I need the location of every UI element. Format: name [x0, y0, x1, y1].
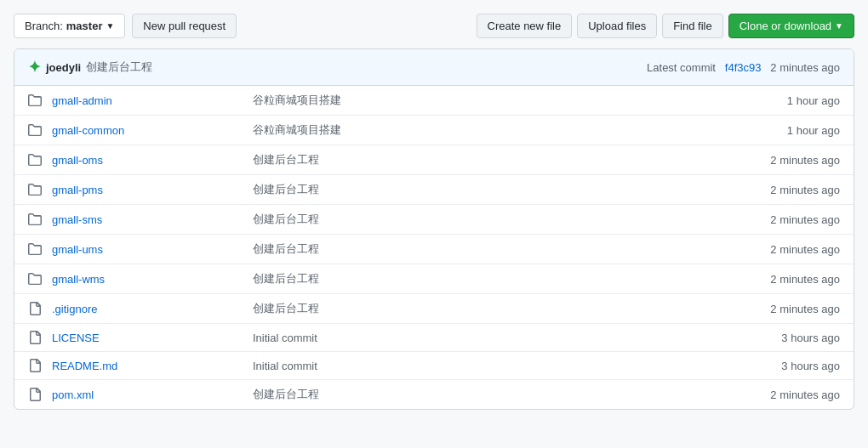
table-row: README.md Initial commit 3 hours ago	[14, 352, 854, 380]
file-name-link[interactable]: LICENSE	[52, 332, 100, 344]
file-icon	[28, 331, 45, 344]
file-name-link[interactable]: .gitignore	[52, 303, 97, 315]
file-time: 2 minutes ago	[721, 154, 840, 167]
upload-files-button[interactable]: Upload files	[577, 14, 657, 38]
file-name-link[interactable]: gmall-common	[52, 124, 124, 137]
file-name-link[interactable]: gmall-admin	[52, 94, 112, 107]
table-row: gmall-ums 创建后台工程 2 minutes ago	[14, 235, 854, 264]
folder-icon	[28, 94, 45, 107]
file-time: 3 hours ago	[721, 332, 840, 344]
folder-icon	[28, 153, 45, 167]
file-time: 1 hour ago	[721, 124, 840, 137]
repo-header: ✦ joedyli 创建后台工程 Latest commit f4f3c93 2…	[14, 49, 854, 86]
table-row: gmall-sms 创建后台工程 2 minutes ago	[14, 205, 854, 235]
commit-time: 2 minutes ago	[770, 61, 840, 74]
toolbar-left: Branch: master ▼ New pull request	[14, 14, 237, 38]
file-commit: 创建后台工程	[239, 182, 721, 197]
file-time: 2 minutes ago	[721, 303, 840, 315]
repo-header-left: ✦ joedyli 创建后台工程	[28, 58, 152, 77]
folder-icon	[28, 123, 45, 137]
folder-icon	[28, 242, 45, 256]
latest-commit-message: 创建后台工程	[86, 60, 152, 75]
user-link[interactable]: joedyli	[46, 61, 81, 74]
file-commit: 创建后台工程	[239, 301, 721, 316]
table-row: gmall-oms 创建后台工程 2 minutes ago	[14, 145, 854, 175]
chevron-down-icon: ▼	[106, 21, 114, 31]
file-name-link[interactable]: gmall-pms	[52, 184, 103, 196]
branch-label: Branch:	[25, 20, 63, 32]
table-row: LICENSE Initial commit 3 hours ago	[14, 324, 854, 352]
file-name: pom.xml	[52, 388, 239, 401]
file-name-link[interactable]: pom.xml	[52, 388, 94, 401]
file-commit: 创建后台工程	[239, 241, 721, 257]
folder-icon	[28, 272, 45, 286]
file-name: gmall-pms	[52, 183, 239, 196]
file-icon	[28, 302, 45, 315]
file-time: 2 minutes ago	[721, 243, 840, 256]
file-commit: Initial commit	[239, 360, 721, 372]
latest-commit-prefix: Latest commit	[647, 61, 716, 74]
clone-download-label: Clone or download	[740, 20, 831, 32]
new-pull-request-button[interactable]: New pull request	[132, 14, 237, 38]
file-commit: 创建后台工程	[239, 387, 721, 402]
file-time: 1 hour ago	[721, 94, 840, 107]
create-new-file-button[interactable]: Create new file	[477, 14, 573, 38]
table-row: gmall-admin 谷粒商城项目搭建 1 hour ago	[14, 86, 854, 116]
folder-icon	[28, 183, 45, 196]
file-time: 2 minutes ago	[721, 273, 840, 286]
file-name: gmall-oms	[52, 153, 239, 167]
file-time: 2 minutes ago	[721, 184, 840, 196]
file-commit: 谷粒商城项目搭建	[239, 122, 721, 138]
table-row: gmall-common 谷粒商城项目搭建 1 hour ago	[14, 116, 854, 145]
file-name: .gitignore	[52, 302, 239, 315]
table-row: gmall-pms 创建后台工程 2 minutes ago	[14, 175, 854, 205]
chevron-down-icon: ▼	[835, 21, 843, 31]
folder-icon	[28, 213, 45, 226]
file-commit: 创建后台工程	[239, 152, 721, 167]
file-name: README.md	[52, 359, 239, 372]
file-name: gmall-ums	[52, 242, 239, 256]
repo-table: ✦ joedyli 创建后台工程 Latest commit f4f3c93 2…	[14, 48, 854, 410]
file-time: 2 minutes ago	[721, 388, 840, 401]
file-icon	[28, 359, 45, 372]
table-row: pom.xml 创建后台工程 2 minutes ago	[14, 380, 854, 409]
file-list: gmall-admin 谷粒商城项目搭建 1 hour ago gmall-co…	[14, 86, 854, 409]
file-time: 3 hours ago	[721, 360, 840, 372]
file-name: gmall-common	[52, 123, 239, 137]
file-name: gmall-sms	[52, 213, 239, 226]
table-row: gmall-wms 创建后台工程 2 minutes ago	[14, 264, 854, 294]
branch-name: master	[66, 20, 103, 32]
table-row: .gitignore 创建后台工程 2 minutes ago	[14, 294, 854, 324]
clone-download-button[interactable]: Clone or download ▼	[728, 14, 854, 38]
repo-header-right: Latest commit f4f3c93 2 minutes ago	[647, 61, 840, 74]
file-name: LICENSE	[52, 331, 239, 344]
find-file-button[interactable]: Find file	[662, 14, 723, 38]
file-name: gmall-admin	[52, 94, 239, 107]
file-name-link[interactable]: gmall-sms	[52, 213, 102, 226]
file-commit: 创建后台工程	[239, 212, 721, 227]
file-commit: 谷粒商城项目搭建	[239, 93, 721, 108]
file-name-link[interactable]: gmall-ums	[52, 243, 103, 256]
file-name: gmall-wms	[52, 272, 239, 286]
toolbar: Branch: master ▼ New pull request Create…	[14, 14, 854, 38]
file-commit: Initial commit	[239, 332, 721, 344]
commit-hash-link[interactable]: f4f3c93	[725, 61, 762, 74]
file-icon	[28, 388, 45, 401]
branch-selector[interactable]: Branch: master ▼	[14, 14, 125, 38]
file-name-link[interactable]: gmall-oms	[52, 154, 103, 167]
file-commit: 创建后台工程	[239, 271, 721, 286]
file-name-link[interactable]: gmall-wms	[52, 273, 105, 286]
file-time: 2 minutes ago	[721, 213, 840, 226]
toolbar-right: Create new file Upload files Find file C…	[477, 14, 855, 38]
plus-icon: ✦	[28, 58, 41, 77]
file-name-link[interactable]: README.md	[52, 360, 117, 372]
